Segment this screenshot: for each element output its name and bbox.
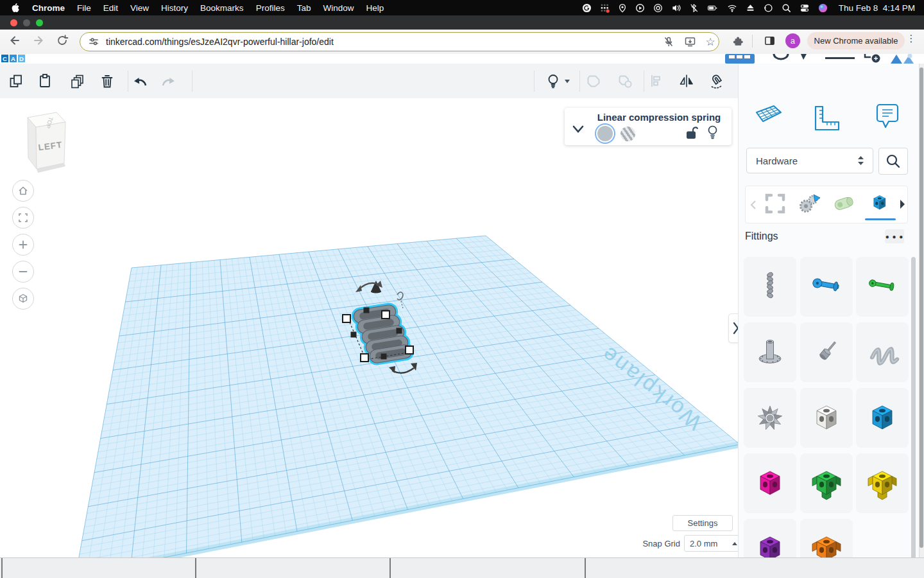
panel-scrollbar[interactable]	[911, 257, 916, 557]
shape-item-block-magenta[interactable]	[744, 453, 796, 513]
menu-item-history[interactable]: History	[161, 3, 188, 13]
back-button[interactable]	[8, 33, 22, 48]
shape-item-axle-connector[interactable]	[800, 257, 853, 317]
home-view-button[interactable]	[12, 180, 34, 202]
show-hide-bulb-button[interactable]	[544, 72, 562, 90]
menu-item-help[interactable]: Help	[366, 3, 384, 13]
bookmark-star-icon[interactable]: ☆	[703, 35, 717, 49]
shape-item-angled-block-blue[interactable]	[856, 388, 909, 448]
time-machine-icon[interactable]	[764, 3, 773, 13]
perspective-toggle-button[interactable]	[12, 288, 34, 310]
undo-button[interactable]	[131, 72, 149, 90]
view-cube[interactable]: TOP LEFT	[17, 108, 71, 175]
browser-menu-icon[interactable]: ⋮	[906, 33, 916, 44]
snap-grid-select[interactable]: 2.0 mm	[684, 535, 743, 552]
close-window-button[interactable]	[10, 19, 17, 26]
menu-item-view[interactable]: View	[130, 3, 149, 13]
window-scrollbar-thumb[interactable]	[920, 67, 923, 548]
paste-button[interactable]	[36, 72, 54, 90]
battery-icon[interactable]	[707, 3, 719, 13]
shape-item-compression-spring[interactable]	[856, 322, 909, 382]
collapse-inspector-icon[interactable]	[572, 125, 584, 134]
redo-button[interactable]	[160, 72, 178, 90]
group-button[interactable]	[585, 72, 603, 90]
side-panel-icon[interactable]	[762, 33, 776, 48]
menu-item-bookmarks[interactable]: Bookmarks	[200, 3, 244, 13]
shape-item-corner-block-white[interactable]	[800, 388, 853, 448]
shape-item-cross-block-orange[interactable]	[800, 519, 853, 557]
bulb-dropdown-caret-icon[interactable]	[565, 80, 570, 83]
fit-view-button[interactable]	[12, 207, 34, 229]
menu-item-profiles[interactable]: Profiles	[256, 3, 285, 13]
reload-button[interactable]	[55, 33, 69, 48]
tailscale-icon[interactable]	[600, 3, 610, 13]
category-select[interactable]: Hardware	[746, 148, 873, 173]
hide-bulb-icon[interactable]	[706, 125, 719, 140]
menu-item-edit[interactable]: Edit	[103, 3, 118, 13]
delete-button[interactable]	[98, 72, 116, 90]
address-bar[interactable]: tinkercad.com/things/esJzeAI2qvr-powerfu…	[80, 32, 719, 51]
shape-item-nub-block-yellow[interactable]	[856, 453, 909, 513]
spotlight-icon[interactable]	[782, 3, 791, 13]
shape-item-block-purple[interactable]	[744, 519, 796, 557]
bluetooth-off-icon[interactable]	[690, 3, 699, 13]
shape-item-threaded-rod[interactable]	[744, 257, 796, 317]
shape-item-pin-connector[interactable]	[856, 257, 909, 317]
ungroup-button[interactable]	[616, 72, 634, 90]
control-center-icon[interactable]	[800, 3, 810, 13]
notes-tool-icon[interactable]	[875, 102, 900, 133]
settings-button[interactable]: Settings	[672, 515, 733, 531]
unlock-icon[interactable]	[685, 126, 698, 140]
shape-item-spiky-connector[interactable]	[744, 388, 796, 448]
category-frame-brackets[interactable]	[761, 189, 789, 218]
category-green-connector[interactable]	[830, 189, 859, 218]
shape-item-rivet[interactable]	[800, 322, 853, 382]
menu-item-file[interactable]: File	[77, 3, 91, 13]
mic-off-icon[interactable]	[662, 35, 676, 49]
carousel-prev-icon[interactable]	[750, 200, 757, 210]
copy-button[interactable]	[7, 72, 25, 90]
scene-canvas[interactable]: Workplane	[0, 98, 738, 557]
install-icon[interactable]	[683, 35, 697, 49]
mirror-button[interactable]	[678, 72, 696, 90]
apple-icon[interactable]	[10, 3, 20, 13]
menu-item-window[interactable]: Window	[323, 3, 354, 13]
siri-icon[interactable]	[818, 3, 828, 13]
chrome-update-pill[interactable]: New Chrome available	[807, 32, 905, 49]
profile-avatar[interactable]: a	[785, 33, 800, 48]
grammarly-icon[interactable]	[582, 3, 592, 13]
duplicate-button[interactable]	[68, 72, 86, 90]
zoom-in-button[interactable]	[12, 234, 34, 256]
category-gears[interactable]	[796, 189, 824, 218]
zoom-out-button[interactable]	[12, 261, 34, 283]
minimize-window-button[interactable]	[23, 19, 30, 26]
select-arrows-icon	[858, 156, 864, 165]
snap-magnet-button[interactable]	[708, 72, 726, 90]
site-settings-icon[interactable]	[88, 36, 99, 48]
volume-icon[interactable]	[671, 3, 681, 13]
transparent-swatch[interactable]	[620, 127, 635, 141]
zoom-window-button[interactable]	[36, 19, 43, 26]
eject-icon[interactable]	[746, 3, 755, 13]
shape-item-cross-block-green[interactable]	[800, 453, 853, 513]
extensions-icon[interactable]	[730, 33, 744, 48]
menu-item-chrome[interactable]: Chrome	[32, 3, 65, 13]
align-button[interactable]	[647, 72, 665, 90]
url-text[interactable]: tinkercad.com/things/esJzeAI2qvr-powerfu…	[106, 37, 334, 47]
location-icon[interactable]	[618, 3, 627, 13]
section-more-button[interactable]: ● ● ●	[885, 229, 904, 243]
3d-viewport[interactable]: Workplane	[0, 98, 738, 557]
menu-item-tab[interactable]: Tab	[297, 3, 311, 13]
play-circle-icon[interactable]	[635, 3, 645, 13]
carousel-next-icon[interactable]	[900, 199, 905, 209]
wifi-icon[interactable]	[727, 3, 737, 13]
workplane-tool-icon[interactable]	[754, 103, 783, 127]
airplay-audio-icon[interactable]	[653, 3, 663, 13]
color-swatch-selected[interactable]	[597, 126, 613, 141]
shape-item-flanged-tube[interactable]	[744, 322, 796, 382]
ruler-tool-icon[interactable]	[812, 105, 843, 133]
forward-button[interactable]	[31, 33, 46, 48]
category-block-fittings-selected[interactable]	[865, 189, 893, 218]
workplane-grid[interactable]	[76, 236, 738, 557]
search-button[interactable]	[878, 148, 908, 175]
